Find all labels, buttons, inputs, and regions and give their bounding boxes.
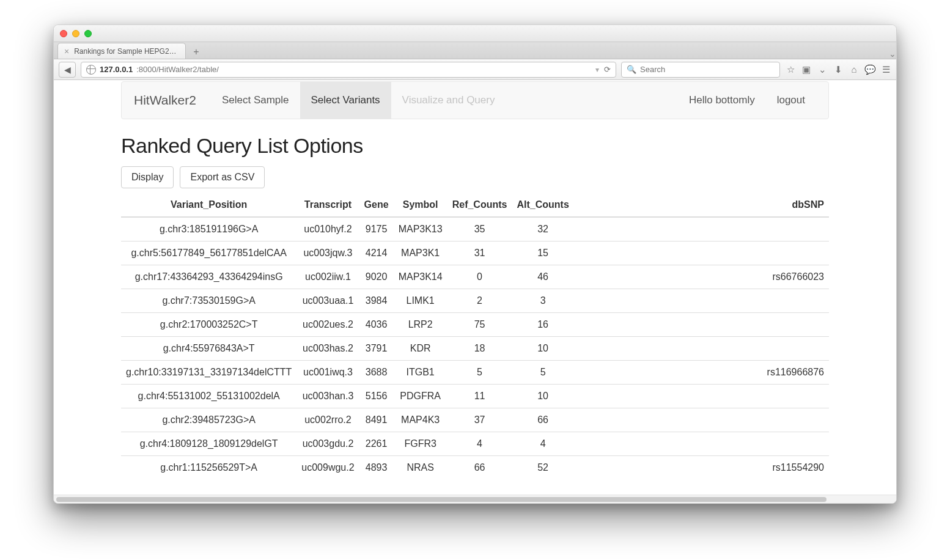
cell-alt_counts: 32 (512, 217, 573, 241)
cell-transcript: uc002iiw.1 (296, 265, 359, 289)
cell-gene: 4893 (359, 456, 394, 480)
display-button[interactable]: Display (121, 166, 174, 188)
cell-spacer (574, 408, 762, 432)
cell-alt_counts: 10 (512, 337, 573, 361)
cell-gene: 3688 (359, 361, 394, 385)
cell-gene: 3984 (359, 289, 394, 313)
clipboard-icon[interactable]: ▣ (801, 64, 812, 75)
variants-table: Variant_Position Transcript Gene Symbol … (121, 193, 829, 479)
cell-transcript: uc002ues.2 (296, 313, 359, 337)
col-transcript[interactable]: Transcript (296, 193, 359, 217)
downloads-icon[interactable]: ⬇ (833, 64, 844, 75)
table-row[interactable]: g.chr7:73530159G>Auc003uaa.13984LIMK123 (121, 289, 829, 313)
cell-ref_counts: 11 (447, 385, 512, 408)
export-csv-button[interactable]: Export as CSV (180, 166, 265, 188)
cell-transcript: uc009wgu.2 (296, 456, 359, 480)
cell-dbsnp (762, 385, 829, 408)
browser-tab[interactable]: × Rankings for Sample HEPG2_LI... (57, 43, 186, 59)
pocket-icon[interactable]: ⌄ (817, 64, 828, 75)
col-gene[interactable]: Gene (359, 193, 394, 217)
site-identity-icon[interactable] (86, 65, 96, 75)
col-variant-position[interactable]: Variant_Position (121, 193, 296, 217)
menu-icon[interactable]: ☰ (880, 64, 891, 75)
browser-search-box[interactable]: 🔍 (621, 62, 780, 78)
col-alt-counts[interactable]: Alt_Counts (512, 193, 573, 217)
table-row[interactable]: g.chr4:55131002_55131002delAuc003han.351… (121, 385, 829, 408)
cell-spacer (574, 241, 762, 265)
cell-dbsnp: rs116966876 (762, 361, 829, 385)
cell-ref_counts: 4 (447, 432, 512, 456)
col-ref-counts[interactable]: Ref_Counts (447, 193, 512, 217)
cell-alt_counts: 5 (512, 361, 573, 385)
cell-ref_counts: 18 (447, 337, 512, 361)
cell-symbol: FGFR3 (394, 432, 447, 456)
col-dbsnp[interactable]: dbSNP (762, 193, 829, 217)
zoom-window-icon[interactable] (84, 30, 92, 37)
browser-tab-strip: × Rankings for Sample HEPG2_LI... + ⌄ (54, 42, 896, 59)
table-row[interactable]: g.chr3:185191196G>Auc010hyf.29175MAP3K13… (121, 217, 829, 241)
cell-spacer (574, 385, 762, 408)
cell-spacer (574, 432, 762, 456)
cell-ref_counts: 0 (447, 265, 512, 289)
table-row[interactable]: g.chr4:1809128_1809129delGTuc003gdu.2226… (121, 432, 829, 456)
table-row[interactable]: g.chr4:55976843A>Tuc003has.23791KDR1810 (121, 337, 829, 361)
browser-search-input[interactable] (640, 65, 775, 74)
cell-symbol: MAP3K13 (394, 217, 447, 241)
chat-icon[interactable]: 💬 (864, 64, 875, 75)
cell-ref_counts: 37 (447, 408, 512, 432)
nav-logout[interactable]: logout (766, 81, 816, 119)
cell-spacer (574, 313, 762, 337)
cell-alt_counts: 52 (512, 456, 573, 480)
col-symbol[interactable]: Symbol (394, 193, 447, 217)
app-brand[interactable]: HitWalker2 (134, 93, 196, 108)
browser-window: × Rankings for Sample HEPG2_LI... + ⌄ ◀ … (53, 24, 897, 504)
cell-variant_position: g.chr5:56177849_56177851delCAA (121, 241, 296, 265)
cell-spacer (574, 456, 762, 480)
cell-alt_counts: 46 (512, 265, 573, 289)
cell-symbol: MAP3K14 (394, 265, 447, 289)
address-bar[interactable]: 127.0.0.1:8000/HitWalker2/table/ ▾ ⟳ (81, 62, 616, 78)
cell-ref_counts: 75 (447, 313, 512, 337)
minimize-window-icon[interactable] (72, 30, 79, 37)
cell-transcript: uc003gdu.2 (296, 432, 359, 456)
cell-transcript: uc002rro.2 (296, 408, 359, 432)
cell-dbsnp (762, 241, 829, 265)
table-row[interactable]: g.chr17:43364293_43364294insGuc002iiw.19… (121, 265, 829, 289)
new-tab-button[interactable]: + (188, 45, 205, 59)
back-button[interactable]: ◀ (59, 62, 76, 78)
reader-mode-icon[interactable]: ▾ (595, 65, 599, 74)
cell-transcript: uc001iwq.3 (296, 361, 359, 385)
cell-gene: 9175 (359, 217, 394, 241)
cell-alt_counts: 66 (512, 408, 573, 432)
table-row[interactable]: g.chr5:56177849_56177851delCAAuc003jqw.3… (121, 241, 829, 265)
reload-icon[interactable]: ⟳ (604, 65, 611, 74)
table-header-row: Variant_Position Transcript Gene Symbol … (121, 193, 829, 217)
horizontal-scrollbar[interactable] (54, 495, 896, 503)
cell-ref_counts: 35 (447, 217, 512, 241)
cell-symbol: LIMK1 (394, 289, 447, 313)
nav-select-sample[interactable]: Select Sample (211, 81, 300, 119)
table-row[interactable]: g.chr2:39485723G>Auc002rro.28491MAP4K337… (121, 408, 829, 432)
nav-select-variants[interactable]: Select Variants (300, 81, 391, 119)
cell-symbol: MAP4K3 (394, 408, 447, 432)
table-row[interactable]: g.chr1:115256529T>Auc009wgu.24893NRAS665… (121, 456, 829, 480)
cell-dbsnp (762, 337, 829, 361)
cell-ref_counts: 66 (447, 456, 512, 480)
table-row[interactable]: g.chr10:33197131_33197134delCTTTuc001iwq… (121, 361, 829, 385)
page-viewport[interactable]: HitWalker2 Select Sample Select Variants… (54, 80, 896, 495)
bookmark-star-icon[interactable]: ☆ (785, 64, 796, 75)
close-window-icon[interactable] (60, 30, 67, 37)
cell-transcript: uc003has.2 (296, 337, 359, 361)
tab-overflow-icon[interactable]: ⌄ (889, 49, 896, 59)
tab-close-icon[interactable]: × (64, 47, 69, 56)
cell-variant_position: g.chr17:43364293_43364294insG (121, 265, 296, 289)
scrollbar-thumb[interactable] (56, 497, 827, 502)
url-path: :8000/HitWalker2/table/ (136, 65, 219, 74)
cell-spacer (574, 289, 762, 313)
table-row[interactable]: g.chr2:170003252C>Tuc002ues.24036LRP2751… (121, 313, 829, 337)
home-icon[interactable]: ⌂ (849, 64, 860, 75)
nav-greeting[interactable]: Hello bottomly (678, 81, 766, 119)
cell-gene: 8491 (359, 408, 394, 432)
cell-dbsnp (762, 408, 829, 432)
cell-spacer (574, 217, 762, 241)
